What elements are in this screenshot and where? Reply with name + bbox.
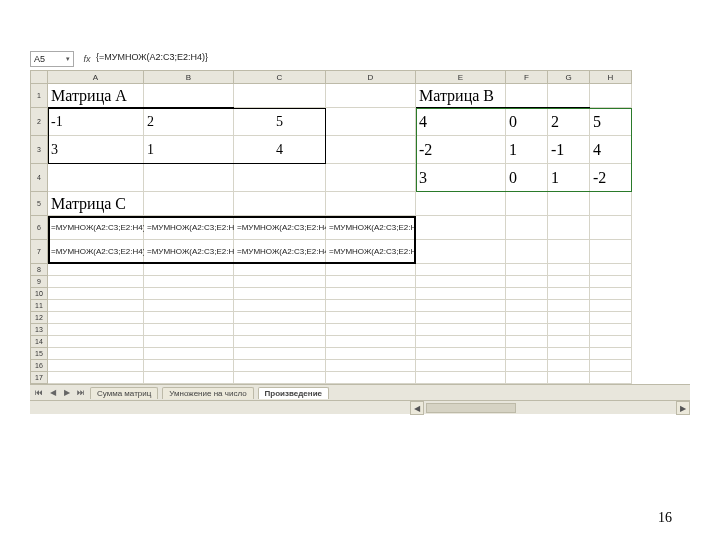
- tab-nav-prev-icon[interactable]: ◀: [48, 388, 58, 397]
- cell-D14[interactable]: [326, 336, 416, 348]
- select-all-corner[interactable]: [30, 70, 48, 84]
- cell-D8[interactable]: [326, 264, 416, 276]
- cell-C7[interactable]: =МУМНОЖ(A2:C3;E2:H4): [234, 240, 326, 264]
- row-header-7[interactable]: 7: [30, 240, 48, 264]
- cell-E10[interactable]: [416, 288, 506, 300]
- row-header-2[interactable]: 2: [30, 108, 48, 136]
- cell-A15[interactable]: [48, 348, 144, 360]
- cell-A11[interactable]: [48, 300, 144, 312]
- cell-E11[interactable]: [416, 300, 506, 312]
- cell-F1[interactable]: [506, 84, 548, 108]
- cell-H13[interactable]: [590, 324, 632, 336]
- cell-C3[interactable]: 4: [234, 136, 326, 164]
- tab-nav-next-icon[interactable]: ▶: [62, 388, 72, 397]
- cell-E16[interactable]: [416, 360, 506, 372]
- cell-C17[interactable]: [234, 372, 326, 384]
- cell-F14[interactable]: [506, 336, 548, 348]
- cell-G10[interactable]: [548, 288, 590, 300]
- cell-D12[interactable]: [326, 312, 416, 324]
- col-header-A[interactable]: A: [48, 70, 144, 84]
- cell-E3[interactable]: -2: [416, 136, 506, 164]
- row-header-9[interactable]: 9: [30, 276, 48, 288]
- row-header-8[interactable]: 8: [30, 264, 48, 276]
- cell-G16[interactable]: [548, 360, 590, 372]
- cell-H14[interactable]: [590, 336, 632, 348]
- cell-F13[interactable]: [506, 324, 548, 336]
- cell-D16[interactable]: [326, 360, 416, 372]
- cell-A10[interactable]: [48, 288, 144, 300]
- cell-B13[interactable]: [144, 324, 234, 336]
- cell-H9[interactable]: [590, 276, 632, 288]
- cell-B15[interactable]: [144, 348, 234, 360]
- sheet-tab-3[interactable]: Произведение: [258, 387, 329, 399]
- cell-E12[interactable]: [416, 312, 506, 324]
- cell-C14[interactable]: [234, 336, 326, 348]
- row-header-1[interactable]: 1: [30, 84, 48, 108]
- cell-G9[interactable]: [548, 276, 590, 288]
- cell-F5[interactable]: [506, 192, 548, 216]
- cell-D13[interactable]: [326, 324, 416, 336]
- cell-A12[interactable]: [48, 312, 144, 324]
- cell-C16[interactable]: [234, 360, 326, 372]
- cell-G14[interactable]: [548, 336, 590, 348]
- cell-C10[interactable]: [234, 288, 326, 300]
- cell-B12[interactable]: [144, 312, 234, 324]
- cell-A2[interactable]: -1: [48, 108, 144, 136]
- cell-B8[interactable]: [144, 264, 234, 276]
- cell-C15[interactable]: [234, 348, 326, 360]
- cell-E13[interactable]: [416, 324, 506, 336]
- cell-F12[interactable]: [506, 312, 548, 324]
- cell-B7[interactable]: =МУМНОЖ(A2:C3;E2:H4): [144, 240, 234, 264]
- sheet-tab-2[interactable]: Умножение на число: [162, 387, 253, 399]
- row-header-3[interactable]: 3: [30, 136, 48, 164]
- col-header-B[interactable]: B: [144, 70, 234, 84]
- cell-B14[interactable]: [144, 336, 234, 348]
- cell-G8[interactable]: [548, 264, 590, 276]
- cell-B17[interactable]: [144, 372, 234, 384]
- cell-F11[interactable]: [506, 300, 548, 312]
- cell-C8[interactable]: [234, 264, 326, 276]
- cell-G15[interactable]: [548, 348, 590, 360]
- cell-H15[interactable]: [590, 348, 632, 360]
- cell-E14[interactable]: [416, 336, 506, 348]
- cell-E8[interactable]: [416, 264, 506, 276]
- cell-A13[interactable]: [48, 324, 144, 336]
- sheet-tab-1[interactable]: Сумма матриц: [90, 387, 158, 399]
- cell-F2[interactable]: 0: [506, 108, 548, 136]
- cell-A17[interactable]: [48, 372, 144, 384]
- cell-D2[interactable]: [326, 108, 416, 136]
- cell-H2[interactable]: 5: [590, 108, 632, 136]
- cell-B5[interactable]: [144, 192, 234, 216]
- cell-A7[interactable]: =МУМНОЖ(A2:C3;E2:H4): [48, 240, 144, 264]
- col-header-D[interactable]: D: [326, 70, 416, 84]
- row-header-6[interactable]: 6: [30, 216, 48, 240]
- col-header-F[interactable]: F: [506, 70, 548, 84]
- cell-H12[interactable]: [590, 312, 632, 324]
- cell-F8[interactable]: [506, 264, 548, 276]
- cell-G17[interactable]: [548, 372, 590, 384]
- cell-E9[interactable]: [416, 276, 506, 288]
- cell-C2[interactable]: 5: [234, 108, 326, 136]
- cell-H4[interactable]: -2: [590, 164, 632, 192]
- row-header-16[interactable]: 16: [30, 360, 48, 372]
- cell-B9[interactable]: [144, 276, 234, 288]
- cell-A4[interactable]: [48, 164, 144, 192]
- cell-B11[interactable]: [144, 300, 234, 312]
- cell-F10[interactable]: [506, 288, 548, 300]
- cell-D5[interactable]: [326, 192, 416, 216]
- col-header-G[interactable]: G: [548, 70, 590, 84]
- cell-G3[interactable]: -1: [548, 136, 590, 164]
- cell-D3[interactable]: [326, 136, 416, 164]
- fx-icon[interactable]: fx: [80, 54, 94, 64]
- cell-E5[interactable]: [416, 192, 506, 216]
- col-header-E[interactable]: E: [416, 70, 506, 84]
- horizontal-scrollbar[interactable]: ◀ ▶: [30, 400, 690, 414]
- cell-E1[interactable]: Матрица B: [416, 84, 506, 108]
- cell-D10[interactable]: [326, 288, 416, 300]
- row-header-12[interactable]: 12: [30, 312, 48, 324]
- col-header-H[interactable]: H: [590, 70, 632, 84]
- cell-H10[interactable]: [590, 288, 632, 300]
- cell-A8[interactable]: [48, 264, 144, 276]
- cell-B4[interactable]: [144, 164, 234, 192]
- cell-C5[interactable]: [234, 192, 326, 216]
